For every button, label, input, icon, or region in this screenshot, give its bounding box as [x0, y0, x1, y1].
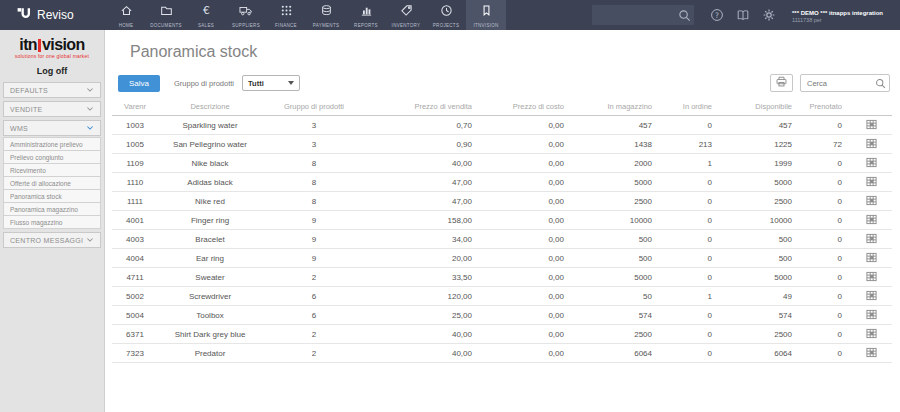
stock-movements-icon[interactable] — [850, 325, 892, 344]
table-search-button[interactable] — [871, 75, 889, 91]
cell-prezzo-di-vendita: 33,50 — [366, 268, 480, 287]
cell-descrizione: Nike red — [158, 192, 262, 211]
cell-varenr: 5004 — [112, 306, 158, 325]
cell-prenotato: 0 — [800, 325, 850, 344]
col-gruppo-di-prodotti[interactable]: Gruppo di prodotti — [262, 99, 366, 116]
topbar: Reviso HOME DOCUMENTS € SALES SUPPLIERS … — [0, 0, 900, 30]
top-nav: HOME DOCUMENTS € SALES SUPPLIERS FINANCE… — [106, 0, 506, 30]
cell-in-ordine: 0 — [660, 344, 720, 363]
nav-payments[interactable]: PAYMENTS — [306, 0, 346, 30]
cell-prezzo-di-vendita: 0,90 — [366, 135, 480, 154]
sidebar-item-ricevimento[interactable]: Ricevimento — [3, 163, 101, 177]
finance-icon — [280, 3, 293, 21]
nav-inventory[interactable]: INVENTORY — [386, 0, 426, 30]
stock-movements-icon[interactable] — [850, 230, 892, 249]
chevron-down-icon — [86, 87, 94, 94]
stock-movements-icon[interactable] — [850, 344, 892, 363]
cell-disponibile: 6064 — [720, 344, 800, 363]
table-row: 4004Ear ring920,000,0050005000 — [112, 249, 892, 268]
save-button[interactable]: Salva — [118, 75, 160, 92]
sidebar-item-offerte-di-allocazione[interactable]: Offerte di allocazione — [3, 176, 101, 190]
stock-table-body: 1003Sparkling water30,700,00457045701005… — [112, 116, 892, 363]
col-prezzo-di-vendita[interactable]: Prezzo di vendita — [366, 99, 480, 116]
table-search[interactable] — [800, 74, 890, 92]
stock-movements-icon[interactable] — [850, 154, 892, 173]
cell-in-magazzino: 2500 — [572, 325, 660, 344]
manual-book-icon[interactable] — [730, 8, 756, 22]
col-in-ordine[interactable]: In ordine — [660, 99, 720, 116]
cell-in-magazzino: 5000 — [572, 268, 660, 287]
global-search-input[interactable] — [592, 11, 674, 20]
nav-projects[interactable]: PROJECTS — [426, 0, 466, 30]
search-icon[interactable] — [674, 9, 694, 22]
global-search[interactable] — [592, 5, 694, 25]
sidebar-item-panoramica-magazzino[interactable]: Panoramica magazzino — [3, 202, 101, 216]
cell-prenotato: 0 — [800, 154, 850, 173]
stock-movements-icon[interactable] — [850, 249, 892, 268]
sidebar-item-amministrazione-prelievo[interactable]: Amministrazione prelievo — [3, 137, 101, 151]
sidebar-item-flusso-magazzino[interactable]: Flusso magazzino — [3, 215, 101, 229]
col-descrizione[interactable]: Descrizione — [158, 99, 262, 116]
cell-prezzo-di-costo: 0,00 — [480, 135, 572, 154]
bookmark-icon — [480, 3, 493, 21]
stock-movements-icon[interactable] — [850, 116, 892, 135]
nav-sales[interactable]: € SALES — [186, 0, 226, 30]
nav-documents[interactable]: DOCUMENTS — [146, 0, 186, 30]
sidebar-item-panoramica-stock[interactable]: Panoramica stock — [3, 189, 101, 203]
cell-gruppo-di-prodotti: 9 — [262, 211, 366, 230]
cell-in-ordine: 0 — [660, 116, 720, 135]
cell-prezzo-di-costo: 0,00 — [480, 154, 572, 173]
cell-prenotato: 0 — [800, 173, 850, 192]
col-in-magazzino[interactable]: In magazzino — [572, 99, 660, 116]
reviso-logo[interactable]: Reviso — [0, 0, 106, 30]
suppliers-icon — [239, 3, 253, 21]
table-search-input[interactable] — [801, 79, 871, 88]
cell-varenr: 1005 — [112, 135, 158, 154]
cell-varenr: 1111 — [112, 192, 158, 211]
nav-label: HOME — [119, 23, 134, 28]
cell-prezzo-di-costo: 0,00 — [480, 249, 572, 268]
cell-prezzo-di-vendita: 158,00 — [366, 211, 480, 230]
nav-suppliers[interactable]: SUPPLIERS — [226, 0, 266, 30]
stock-movements-icon[interactable] — [850, 173, 892, 192]
sidebar-section-centro-messaggi[interactable]: CENTRO MESSAGGI — [3, 232, 101, 248]
nav-home[interactable]: HOME — [106, 0, 146, 30]
sidebar-section-defaults[interactable]: DEFAULTS — [3, 82, 101, 98]
cell-gruppo-di-prodotti: 3 — [262, 135, 366, 154]
cell-descrizione: Sparkling water — [158, 116, 262, 135]
col-varenr[interactable]: Varenr — [112, 99, 158, 116]
col-prezzo-di-costo[interactable]: Prezzo di costo — [480, 99, 572, 116]
stock-movements-icon[interactable] — [850, 306, 892, 325]
log-off-button[interactable]: Log off — [0, 59, 104, 82]
table-row: 4003Bracelet934,000,0050005000 — [112, 230, 892, 249]
cell-disponibile: 5000 — [720, 173, 800, 192]
stock-movements-icon[interactable] — [850, 192, 892, 211]
section-label: DEFAULTS — [10, 87, 48, 94]
settings-gear-icon[interactable] — [756, 8, 782, 22]
stock-movements-icon[interactable] — [850, 211, 892, 230]
print-button[interactable] — [770, 74, 793, 92]
stock-movements-icon[interactable] — [850, 135, 892, 154]
cell-in-ordine: 1 — [660, 154, 720, 173]
chevron-down-icon — [86, 125, 94, 132]
stock-movements-icon[interactable] — [850, 268, 892, 287]
nav-itnvision[interactable]: ITNVISION — [466, 0, 506, 30]
sidebar-section-wms[interactable]: WMS — [3, 120, 101, 136]
col-disponibile[interactable]: Disponibile — [720, 99, 800, 116]
cell-in-ordine: 0 — [660, 211, 720, 230]
cell-varenr: 1003 — [112, 116, 158, 135]
nav-reports[interactable]: REPORTS — [346, 0, 386, 30]
nav-finance[interactable]: FINANCE — [266, 0, 306, 30]
sidebar-section-vendite[interactable]: VENDITE — [3, 101, 101, 117]
stock-table: Varenr Descrizione Gruppo di prodotti Pr… — [112, 99, 892, 363]
logo-part2: vision — [42, 36, 85, 53]
product-group-select[interactable]: Tutti — [242, 75, 300, 91]
help-icon[interactable]: ? — [704, 8, 730, 22]
account-menu[interactable]: *** DEMO *** itnapps integration 1111738… — [782, 6, 900, 24]
stock-movements-icon[interactable] — [850, 287, 892, 306]
col-prenotato[interactable]: Prenotato — [800, 99, 850, 116]
sidebar: itnvision solutions for one global marke… — [0, 30, 105, 412]
sidebar-item-prelievo-congiunto[interactable]: Prelievo congiunto — [3, 150, 101, 164]
printer-icon — [775, 74, 788, 92]
product-group-label: Gruppo di prodotti — [174, 79, 234, 88]
